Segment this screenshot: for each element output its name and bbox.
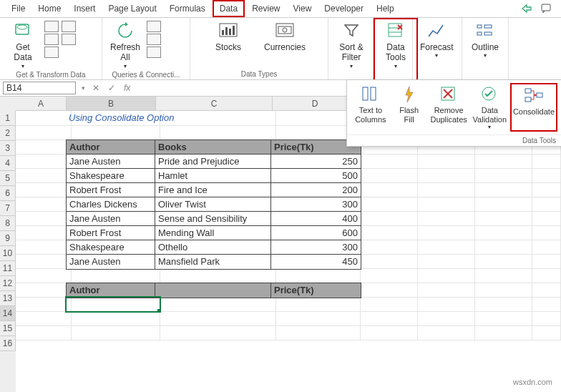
tab-data[interactable]: Data [213, 0, 245, 17]
cell-F10[interactable] [412, 240, 475, 255]
cell-C14[interactable] [155, 297, 276, 312]
cell-C8[interactable]: Sense and Sensibility [155, 211, 277, 227]
cell-G7[interactable] [469, 197, 532, 212]
cell-B11[interactable]: Jane Austen [66, 254, 161, 270]
cell-F9[interactable] [412, 225, 475, 240]
currencies-button[interactable]: Currencies [261, 19, 308, 54]
cell-E13[interactable] [355, 283, 418, 298]
cell-D12[interactable] [270, 268, 361, 283]
cell-A8[interactable] [16, 211, 72, 226]
cell-C9[interactable]: Mending Wall [155, 225, 277, 241]
fx-icon[interactable]: fx [119, 83, 135, 93]
data-validation-button[interactable]: Data Validation ▾ [469, 83, 510, 132]
cell-H8[interactable] [527, 211, 561, 226]
cell-H10[interactable] [527, 240, 561, 255]
cell-H13[interactable] [527, 283, 561, 298]
transform-small-buttons-2[interactable] [62, 19, 76, 45]
cell-D7[interactable]: 300 [270, 197, 361, 212]
cell-E16[interactable] [355, 325, 418, 340]
row-headers[interactable]: 12345678910111213141516 [0, 97, 16, 392]
cell-H15[interactable] [527, 311, 561, 326]
cell-D14[interactable] [270, 297, 361, 312]
tab-pagelayout[interactable]: Page Layout [102, 1, 162, 16]
cell-E8[interactable] [355, 211, 418, 226]
row-header-4[interactable]: 4 [0, 156, 16, 171]
cell-G10[interactable] [469, 240, 532, 255]
cell-F12[interactable] [412, 268, 475, 283]
cell-H16[interactable] [527, 325, 561, 340]
cell-F15[interactable] [412, 311, 475, 326]
cell-C4[interactable]: Pride and Prejudice [155, 154, 277, 170]
tab-formulas[interactable]: Formulas [164, 1, 211, 16]
row-header-1[interactable]: 1 [0, 111, 16, 126]
transform-small-buttons[interactable] [44, 19, 59, 58]
cell-A1[interactable] [16, 111, 72, 126]
cell-B16[interactable] [66, 325, 160, 340]
cell-F5[interactable] [412, 168, 475, 183]
tab-review[interactable]: Review [246, 1, 286, 16]
cell-C5[interactable]: Hamlet [155, 168, 277, 184]
cell-A12[interactable] [16, 268, 72, 283]
comment-icon[interactable] [541, 3, 552, 14]
col-header-A[interactable]: A [16, 97, 67, 111]
cell-C3[interactable]: Books [155, 139, 277, 155]
cell-H9[interactable] [527, 225, 561, 240]
cell-C2[interactable] [155, 125, 276, 140]
cell-G5[interactable] [469, 168, 532, 183]
cell-B15[interactable] [66, 311, 160, 326]
cell-E10[interactable] [355, 240, 418, 255]
row-header-11[interactable]: 11 [0, 261, 16, 276]
row-header-10[interactable]: 10 [0, 246, 16, 261]
cell-A9[interactable] [16, 225, 72, 240]
cell-G13[interactable] [469, 283, 532, 298]
cell-A5[interactable] [16, 168, 72, 183]
cell-C10[interactable]: Othello [155, 240, 277, 255]
cell-C15[interactable] [155, 311, 276, 326]
cell-H7[interactable] [527, 197, 561, 212]
flash-fill-button[interactable]: Flash Fill [390, 83, 429, 132]
text-to-columns-button[interactable]: Text to Columns [351, 83, 390, 132]
cell-B12[interactable] [66, 268, 160, 283]
cell-H4[interactable] [527, 154, 561, 169]
cell-D16[interactable] [270, 325, 361, 340]
tab-help[interactable]: Help [371, 1, 400, 16]
consolidate-button[interactable]: Consolidate [510, 83, 557, 132]
cell-D8[interactable]: 400 [270, 211, 361, 227]
cell-B8[interactable]: Jane Austen [66, 211, 161, 227]
tab-developer[interactable]: Developer [318, 1, 369, 16]
accept-formula-icon[interactable]: ✓ [104, 83, 119, 93]
name-box[interactable]: B14 [3, 82, 76, 94]
cell-F11[interactable] [412, 254, 475, 269]
get-data-button[interactable]: Get Data ▾ [4, 19, 42, 71]
cell-C7[interactable]: Oliver Twist [155, 197, 277, 212]
cell-G14[interactable] [469, 297, 532, 312]
cell-D11[interactable]: 450 [270, 254, 361, 270]
cell-F6[interactable] [412, 182, 475, 197]
cell-A10[interactable] [16, 240, 72, 255]
cell-A3[interactable] [16, 139, 72, 155]
cell-E12[interactable] [355, 268, 418, 283]
cell-B10[interactable]: Shakespeare [66, 240, 161, 255]
row-header-8[interactable]: 8 [0, 216, 16, 231]
remove-duplicates-button[interactable]: Remove Duplicates [429, 83, 469, 132]
cell-F13[interactable] [412, 283, 475, 298]
row-header-2[interactable]: 2 [0, 126, 16, 141]
stocks-button[interactable]: Stocks [210, 19, 247, 54]
outline-button[interactable]: Outline ▾ [467, 19, 504, 61]
cell-C16[interactable] [155, 325, 276, 340]
row-header-6[interactable]: 6 [0, 186, 16, 201]
cell-E4[interactable] [355, 154, 418, 169]
cell-B2[interactable] [66, 125, 160, 140]
row-header-15[interactable]: 15 [0, 321, 16, 336]
sort-filter-button[interactable]: Sort & Filter ▾ [333, 19, 370, 71]
cell-H11[interactable] [527, 254, 561, 269]
cell-D15[interactable] [270, 311, 361, 326]
row-header-5[interactable]: 5 [0, 171, 16, 186]
cell-B13[interactable]: Author [66, 283, 161, 298]
cell-G16[interactable] [469, 325, 532, 340]
cell-A11[interactable] [16, 254, 72, 269]
row-header-9[interactable]: 9 [0, 231, 16, 246]
row-header-3[interactable]: 3 [0, 141, 16, 156]
refresh-button[interactable]: Refresh All ▾ [107, 19, 144, 71]
cell-B7[interactable]: Charles Dickens [66, 197, 161, 212]
